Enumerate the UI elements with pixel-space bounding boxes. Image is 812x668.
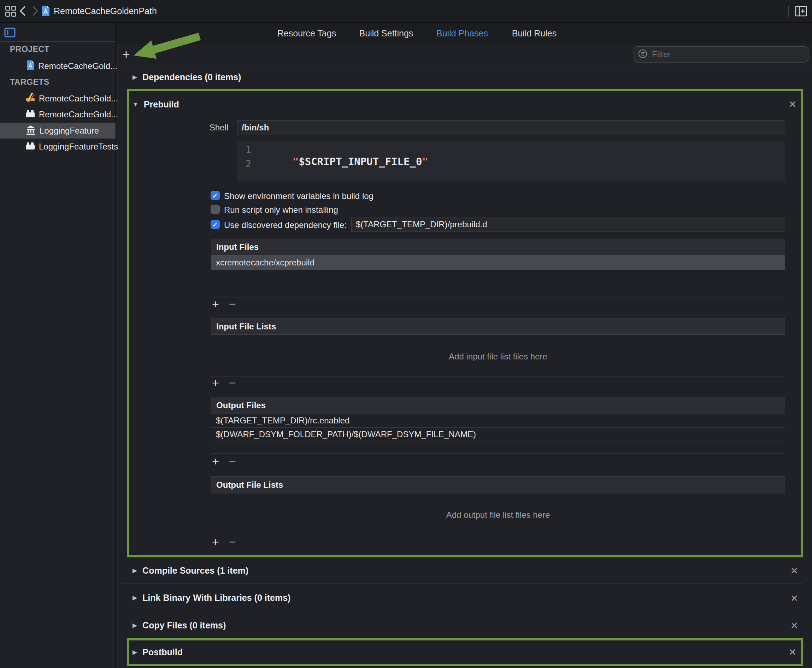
check-icon: ✓ — [212, 220, 218, 229]
phase-label: Compile Sources (1 item) — [142, 566, 248, 576]
remove-link-binary-button[interactable]: ✕ — [790, 594, 798, 603]
table-footer-divider — [211, 376, 785, 376]
input-files-header: Input Files — [211, 239, 785, 255]
script-editor[interactable]: 1 2 "$SCRIPT_INPUT_FILE_0" — [237, 141, 785, 181]
phase-row-dependencies[interactable]: ▶ Dependencies (0 items) — [115, 65, 812, 89]
add-build-phase-button[interactable]: + — [119, 46, 133, 63]
tabbar-divider — [115, 44, 812, 44]
sidebar-item-label: LoggingFeature — [40, 126, 99, 136]
tab-build-settings[interactable]: Build Settings — [359, 23, 414, 44]
script-variable: $SCRIPT_INPUT_FILE_0 — [298, 155, 422, 167]
input-files-row-selected[interactable]: xcremotecache/xcprebuild — [211, 255, 785, 270]
shell-label: Shell — [198, 120, 228, 135]
input-files-add-button[interactable]: + — [212, 298, 219, 310]
table-footer-divider — [211, 453, 785, 454]
string-quote: " — [293, 155, 298, 167]
sidebar-pane-icon[interactable] — [4, 28, 15, 39]
sidebar-item-label: RemoteCacheGold... — [39, 110, 118, 119]
bundle-target-icon — [25, 141, 35, 152]
remove-compile-sources-button[interactable]: ✕ — [790, 566, 798, 575]
view-switcher-icon[interactable] — [5, 6, 16, 18]
sidebar-project-header: PROJECT — [10, 45, 50, 54]
line-number: 1 — [243, 144, 251, 155]
xcodeproj-icon — [26, 60, 35, 72]
checkbox-use-dependency-file[interactable]: ✓ — [211, 220, 220, 229]
output-file-lists-placeholder: Add output file list files here — [211, 510, 785, 520]
shell-path-field[interactable] — [237, 120, 785, 135]
disclosure-collapsed-icon[interactable]: ▶ — [132, 594, 137, 601]
disclosure-collapsed-icon[interactable]: ▶ — [132, 73, 137, 81]
sidebar-targets-header: TARGETS — [10, 77, 50, 87]
output-file-lists-header: Output File Lists — [211, 476, 785, 493]
remove-prebuild-phase-button[interactable]: ✕ — [789, 100, 797, 109]
table-footer-divider — [211, 535, 785, 535]
bundle-target-icon — [25, 109, 35, 120]
phase-row-link-binary[interactable]: ▶ Link Binary With Libraries (0 items) — [115, 584, 812, 612]
checkbox-run-only-installing[interactable] — [211, 205, 220, 214]
checkbox-label: Show environment variables in build log — [224, 191, 373, 201]
filter-icon — [638, 49, 648, 60]
input-file-lists-add-button[interactable]: + — [212, 377, 219, 389]
disclosure-expanded-icon[interactable]: ▼ — [132, 101, 138, 108]
output-file-lists-add-button[interactable]: + — [212, 536, 219, 548]
sidebar-header-divider — [0, 41, 115, 42]
filter-input[interactable] — [651, 49, 808, 60]
input-file-lists-remove-button[interactable]: − — [229, 377, 236, 389]
checkbox-label: Run script only when installing — [224, 205, 338, 215]
phase-row-compile-sources[interactable]: ▶ Compile Sources (1 item) — [115, 558, 812, 583]
input-file-lists-placeholder: Add input file list files here — [211, 352, 785, 362]
sidebar-item-target-loggingfeature-selected[interactable]: LoggingFeature — [0, 123, 115, 139]
checkbox-show-env-vars[interactable]: ✓ — [211, 191, 220, 200]
table-footer-divider — [211, 297, 785, 298]
tab-build-phases[interactable]: Build Phases — [437, 23, 488, 44]
phase-label: Prebuild — [144, 99, 179, 110]
titlebar-separator — [788, 6, 789, 17]
remove-copy-files-button[interactable]: ✕ — [790, 621, 798, 630]
script-line-1: "$SCRIPT_INPUT_FILE_0" — [255, 144, 428, 180]
string-quote: " — [422, 155, 428, 167]
sidebar-item-label: RemoteCacheGold... — [38, 61, 117, 71]
xcode-window: RemoteCacheGoldenPath Resource Tags Buil… — [0, 0, 812, 668]
output-files-add-button[interactable]: + — [212, 455, 219, 467]
output-files-header: Output Files — [211, 397, 785, 414]
output-files-row[interactable]: $(TARGET_TEMP_DIR)/rc.enabled — [211, 414, 785, 428]
input-files-remove-button[interactable]: − — [229, 298, 236, 310]
output-files-remove-button[interactable]: − — [229, 455, 236, 467]
disclosure-collapsed-icon[interactable]: ▶ — [132, 622, 137, 629]
remove-postbuild-button[interactable]: ✕ — [789, 648, 797, 657]
sidebar-section-divider — [7, 74, 113, 74]
check-icon: ✓ — [212, 192, 218, 200]
phase-label: Link Binary With Libraries (0 items) — [142, 593, 290, 603]
disclosure-collapsed-icon[interactable]: ▶ — [132, 567, 137, 574]
output-files-row[interactable]: $(DWARF_DSYM_FOLDER_PATH)/$(DWARF_DSYM_F… — [211, 428, 785, 441]
filter-field[interactable] — [634, 46, 809, 63]
sidebar-item-target-app[interactable]: RemoteCacheGold... — [0, 90, 115, 106]
library-target-icon — [25, 125, 36, 137]
sidebar-item-target-tests[interactable]: LoggingFeatureTests — [0, 139, 115, 154]
disclosure-collapsed-icon[interactable]: ▶ — [132, 648, 137, 656]
back-icon[interactable] — [18, 5, 27, 18]
project-file-icon — [41, 5, 50, 18]
checkbox-label: Use discovered dependency file: — [224, 220, 347, 230]
tab-resource-tags[interactable]: Resource Tags — [277, 23, 336, 44]
phase-row-prebuild[interactable]: ▼ Prebuild — [129, 95, 790, 114]
app-target-icon — [25, 93, 35, 104]
add-editor-icon[interactable] — [795, 6, 807, 18]
phase-label: Postbuild — [142, 647, 183, 657]
window-title: RemoteCacheGoldenPath — [54, 0, 157, 22]
line-number: 2 — [243, 158, 251, 169]
sidebar-item-label: RemoteCacheGold... — [39, 94, 118, 104]
dependency-file-field[interactable] — [351, 217, 785, 232]
phase-label: Dependencies (0 items) — [142, 72, 241, 82]
sidebar-item-project[interactable]: RemoteCacheGold... — [0, 58, 115, 74]
output-file-lists-remove-button[interactable]: − — [229, 536, 236, 548]
forward-icon[interactable] — [31, 5, 40, 18]
sidebar-item-label: LoggingFeatureTests — [39, 142, 118, 152]
phase-row-postbuild[interactable]: ▶ Postbuild — [129, 640, 790, 664]
input-file-lists-header: Input File Lists — [211, 318, 785, 335]
tab-build-rules[interactable]: Build Rules — [512, 23, 557, 44]
table-divider — [211, 283, 785, 283]
phase-row-copy-files[interactable]: ▶ Copy Files (0 items) — [115, 612, 812, 638]
tab-strip: Resource Tags Build Settings Build Phase… — [115, 23, 812, 44]
sidebar-item-target-bundle[interactable]: RemoteCacheGold... — [0, 106, 115, 122]
